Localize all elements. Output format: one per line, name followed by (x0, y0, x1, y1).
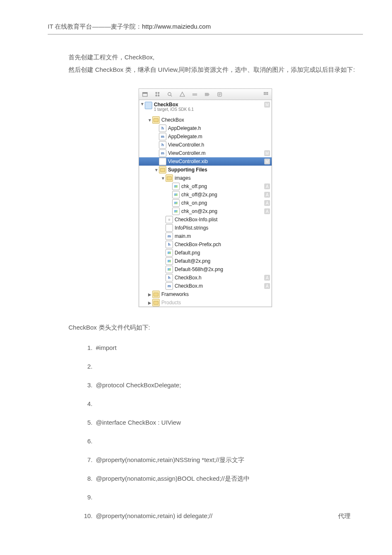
code-line: 6. (81, 437, 363, 445)
file-default-568h[interactable]: Default-568h@2x.png (139, 265, 272, 274)
file-label: chk_on.png (181, 200, 263, 206)
h-icon: h (159, 125, 166, 132)
scm-badge: M (264, 150, 270, 156)
img-icon (166, 266, 173, 273)
file-chk-off-2x[interactable]: chk_off@2x.pngA (139, 191, 272, 199)
nav-debug-icon[interactable] (191, 91, 198, 98)
xcode-navigator: CheckBox 1 target, iOS SDK 6.1 M CheckBo… (139, 88, 272, 307)
code-text: @interface CheckBox : UIView (96, 418, 181, 427)
file-appdelegate-m[interactable]: mAppDelegate.m (139, 132, 272, 141)
nav-symbol-icon[interactable] (154, 91, 161, 98)
svg-rect-16 (263, 92, 265, 93)
file-label: Default-568h@2x.png (175, 266, 270, 272)
file-viewcontroller-m[interactable]: mViewController.mM (139, 149, 272, 157)
file-viewcontroller-h[interactable]: hViewController.h (139, 141, 272, 149)
section-header-code: CheckBox 类头文件代码如下: (48, 324, 363, 332)
file-checkbox-m[interactable]: mCheckBox.mA (139, 282, 272, 290)
svg-rect-5 (158, 95, 159, 96)
file-chk-off[interactable]: chk_off.pngA (139, 182, 272, 191)
folder-images[interactable]: images (139, 174, 272, 182)
file-label: chk_off@2x.png (181, 192, 263, 198)
line-number: 6. (81, 437, 93, 445)
pch-icon: h (166, 241, 173, 248)
file-label: AppDelegate.m (168, 134, 270, 139)
scm-badge: A (264, 283, 270, 289)
svg-rect-4 (155, 95, 157, 96)
code-text: @property(nonatomic,retain) id delegate;… (96, 511, 212, 520)
svg-rect-10 (192, 93, 197, 94)
line-number: 10. (81, 511, 93, 520)
code-line: 4. (81, 399, 363, 408)
page-header: IT 在线教育平台———麦子学院：http://www.maiziedu.com (48, 23, 363, 34)
file-label: main.m (175, 233, 270, 239)
folder-checkbox[interactable]: CheckBox (139, 116, 272, 124)
folder-supporting-files[interactable]: Supporting Files (139, 166, 272, 174)
disclosure-icon[interactable] (161, 176, 166, 181)
nav-search-icon[interactable] (166, 91, 173, 98)
file-label: InfoPlist.strings (175, 225, 270, 231)
img-icon (172, 199, 180, 207)
m-icon: m (159, 133, 166, 140)
project-subtitle: 1 target, iOS SDK 6.1 (154, 108, 194, 112)
img-icon (172, 208, 180, 215)
file-label: ViewController.m (168, 150, 263, 156)
project-name: CheckBox (154, 102, 194, 108)
svg-rect-2 (155, 92, 157, 93)
code-line: 2. (81, 362, 363, 371)
file-prefix-pch[interactable]: hCheckBox-Prefix.pch (139, 240, 272, 249)
nav-breakpoint-icon[interactable] (204, 91, 210, 98)
header-url[interactable]: http://www.maiziedu.com (142, 23, 211, 30)
file-appdelegate-h[interactable]: hAppDelegate.h (139, 124, 272, 132)
file-label: ViewController.h (168, 142, 270, 148)
file-checkbox-h[interactable]: hCheckBox.hA (139, 274, 272, 282)
line-number: 7. (81, 455, 93, 464)
disclosure-icon[interactable] (147, 118, 152, 122)
nav-issue-icon[interactable] (179, 91, 185, 98)
nav-grid-icon[interactable] (263, 91, 269, 98)
code-line: 3.@protocol CheckBoxDelegate; (81, 381, 363, 389)
disclosure-icon[interactable] (147, 292, 152, 297)
h-icon: h (159, 141, 166, 149)
intro-paragraph: 首先创建工程文件，CheckBox, 然后创建 CheckBox 类，继承自 U… (48, 51, 363, 76)
folder-products[interactable]: Products (139, 298, 272, 307)
img-icon (166, 257, 173, 265)
svg-rect-18 (267, 92, 268, 93)
m-icon: m (166, 282, 173, 290)
file-default[interactable]: Default.png (139, 249, 272, 257)
m-icon: m (159, 149, 166, 157)
nav-log-icon[interactable] (216, 91, 223, 98)
disclosure-icon[interactable] (154, 168, 159, 172)
svg-rect-20 (265, 93, 266, 95)
document-page: IT 在线教育平台———麦子学院：http://www.maiziedu.com… (0, 0, 392, 555)
m-icon: m (166, 232, 173, 240)
xib-icon (159, 158, 166, 165)
file-viewcontroller-xib[interactable]: ViewController.xibM (139, 157, 272, 166)
folder-icon (152, 299, 160, 306)
scm-badge: A (264, 208, 270, 214)
svg-rect-1 (142, 92, 147, 93)
scm-badge: A (264, 275, 270, 281)
svg-rect-3 (158, 92, 159, 93)
svg-rect-17 (265, 92, 266, 93)
file-chk-on[interactable]: chk_on.pngA (139, 199, 272, 207)
folder-frameworks[interactable]: Frameworks (139, 290, 272, 298)
project-root[interactable]: CheckBox 1 target, iOS SDK 6.1 M (139, 101, 272, 116)
scm-badge: M (264, 102, 270, 108)
xcode-screenshot: CheckBox 1 target, iOS SDK 6.1 M CheckBo… (48, 88, 363, 307)
disclosure-icon[interactable] (147, 301, 152, 305)
nav-project-icon[interactable] (141, 91, 148, 98)
disclosure-icon[interactable] (140, 102, 145, 106)
folder-icon (152, 291, 160, 298)
code-text: @property(nonatomic,retain)NSString *tex… (96, 455, 244, 464)
line-number: 9. (81, 493, 93, 501)
code-line: 9. (81, 493, 363, 501)
file-chk-on-2x[interactable]: chk_on@2x.pngA (139, 207, 272, 215)
file-default-2x[interactable]: Default@2x.png (139, 257, 272, 265)
svg-rect-19 (263, 93, 265, 95)
file-label: CheckBox.m (175, 283, 263, 289)
code-text: @property(nonatomic,assign)BOOL checked;… (96, 474, 250, 483)
file-main-m[interactable]: mmain.m (139, 232, 272, 240)
file-label: chk_off.png (181, 183, 263, 189)
file-info-plist[interactable]: CheckBox-Info.plist (139, 215, 272, 224)
file-infoplist-strings[interactable]: InfoPlist.strings (139, 224, 272, 232)
